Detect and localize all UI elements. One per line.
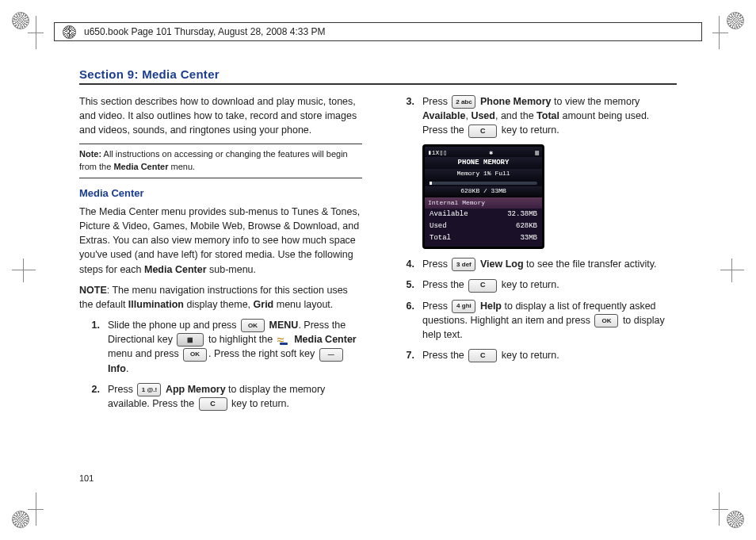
s4-b: to see the file transfer activity.	[524, 259, 657, 270]
crop-mark-left	[12, 259, 36, 282]
s3-bold2: Available	[422, 110, 465, 121]
step-5: 5. Press the C key to return.	[394, 278, 677, 292]
s7-b: key to return.	[498, 350, 559, 361]
phone-status-bar: ▮1X▯▯ ✱ ▥	[425, 147, 542, 158]
step-7-num: 7.	[394, 348, 422, 362]
ok-key-icon: OK	[594, 314, 618, 327]
note-box: Note: All instructions on accessing or c…	[79, 144, 362, 178]
note-bold: Media Center	[113, 162, 168, 171]
c-key-icon: C	[468, 124, 497, 138]
step-7-body: Press the C key to return.	[422, 348, 677, 362]
step-6-body: Press 4 ghi Help to display a list of fr…	[422, 299, 677, 343]
mem-used-label: Used	[430, 221, 447, 232]
s1-a: Slide the phone up and press	[108, 320, 239, 331]
note2-f: menu layout.	[273, 299, 333, 310]
s3-b: to view the memory	[552, 96, 640, 107]
right-steps-2: 4. Press 3 def View Log to see the file …	[394, 257, 677, 362]
s1-e: menu and press	[108, 348, 181, 359]
key-3-icon: 3 def	[452, 258, 475, 271]
s3-bold3: Used	[471, 110, 495, 121]
s4-bold1: View Log	[480, 259, 524, 270]
step-5-body: Press the C key to return.	[422, 278, 677, 292]
subhead-media-center: Media Center	[79, 186, 362, 201]
step-5-num: 5.	[394, 278, 422, 292]
c-key-icon: C	[199, 397, 227, 411]
note-tail: menu.	[168, 162, 195, 171]
step-1-num: 1.	[79, 318, 108, 376]
key-1-icon: 1 @.!	[137, 383, 161, 396]
step-2-num: 2.	[79, 382, 108, 411]
s3-d: , and the	[495, 110, 536, 121]
ok-key-icon: OK	[241, 319, 265, 332]
internal-memory-header: Internal Memory	[425, 197, 542, 209]
s2-c: key to return.	[229, 398, 289, 409]
memory-bar-label: 628KB / 33MB	[425, 186, 542, 198]
mem-available-label: Available	[430, 209, 468, 220]
s4-a: Press	[422, 259, 450, 270]
right-column: 3. Press 2 abc Phone Memory to view the …	[394, 94, 677, 417]
step-2: 2. Press 1 @.! App Memory to display the…	[79, 382, 362, 411]
note2-c: Illumination	[128, 299, 184, 310]
s3-f: key to return.	[498, 124, 559, 136]
left-column: This section describes how to download a…	[79, 94, 362, 417]
section-title: Section 9: Media Center	[79, 67, 677, 85]
step-3-num: 3.	[394, 94, 422, 138]
mem-available-value: 32.38MB	[507, 209, 537, 220]
mem-row-available: Available 32.38MB	[425, 209, 542, 220]
crop-mark-tl	[12, 8, 44, 56]
step-6-num: 6.	[394, 299, 422, 343]
step-3: 3. Press 2 abc Phone Memory to view the …	[394, 94, 677, 138]
register-icon	[63, 25, 76, 39]
memory-bar	[430, 182, 537, 185]
page-number: 101	[79, 473, 94, 483]
step-4-num: 4.	[394, 257, 422, 271]
s1-bold3: Info	[108, 363, 126, 374]
c-key-icon: C	[468, 349, 497, 362]
c-key-icon: C	[468, 279, 497, 293]
battery-icon: ▥	[535, 148, 539, 158]
note2-e: Grid	[254, 299, 274, 310]
note2-d: display theme,	[184, 299, 254, 310]
mem-total-label: Total	[430, 233, 451, 243]
right-steps: 3. Press 2 abc Phone Memory to view the …	[394, 94, 677, 138]
crop-mark-right	[720, 259, 744, 282]
page-content: Section 9: Media Center This section des…	[79, 67, 677, 492]
intro-text: This section describes how to download a…	[79, 94, 362, 137]
s2-bold1: App Memory	[166, 384, 226, 395]
mem-total-value: 33MB	[520, 233, 537, 243]
s5-a: Press the	[422, 279, 467, 290]
crop-mark-br	[712, 484, 744, 532]
framemaker-header: u650.book Page 101 Thursday, August 28, …	[54, 22, 702, 41]
status-mid-icon: ✱	[489, 148, 493, 158]
s2-a: Press	[108, 384, 136, 395]
s7-a: Press the	[422, 350, 467, 361]
softkey-icon: —	[319, 348, 343, 362]
step-7: 7. Press the C key to return.	[394, 348, 677, 362]
step-1: 1. Slide the phone up and press OK MENU.…	[79, 318, 362, 376]
mc-note2: NOTE: The menu navigation instructions f…	[79, 283, 362, 312]
s3-a: Press	[422, 96, 450, 107]
signal-icon: ▮1X▯▯	[428, 148, 447, 158]
s1-bold1: MENU	[269, 320, 299, 331]
phone-subtitle: Memory 1% Full	[425, 169, 542, 180]
phone-screenshot: ▮1X▯▯ ✱ ▥ PHONE MEMORY Memory 1% Full 62…	[422, 144, 544, 250]
ok-key-icon: OK	[183, 348, 207, 362]
crop-mark-bl	[12, 484, 44, 532]
note2-a: NOTE	[79, 285, 107, 296]
mem-used-value: 628KB	[516, 221, 537, 232]
crop-mark-tr	[712, 8, 744, 56]
framemaker-text: u650.book Page 101 Thursday, August 28, …	[84, 26, 325, 37]
step-1-body: Slide the phone up and press OK MENU. Pr…	[108, 318, 362, 376]
step-2-body: Press 1 @.! App Memory to display the me…	[108, 382, 362, 411]
key-2-icon: 2 abc	[452, 95, 475, 109]
s1-f: . Press the right soft key	[208, 348, 318, 359]
s1-h: .	[126, 363, 128, 374]
step-4: 4. Press 3 def View Log to see the file …	[394, 257, 677, 271]
directional-key-icon: ▦	[177, 333, 204, 347]
mc-desc: The Media Center menu provides sub-menus…	[79, 205, 362, 277]
s3-bold1: Phone Memory	[480, 96, 552, 107]
mc-desc-c: sub-menu.	[207, 264, 257, 275]
key-4-icon: 4 ghi	[452, 300, 475, 313]
s5-b: key to return.	[498, 279, 559, 290]
s3-bold4: Total	[536, 110, 559, 121]
